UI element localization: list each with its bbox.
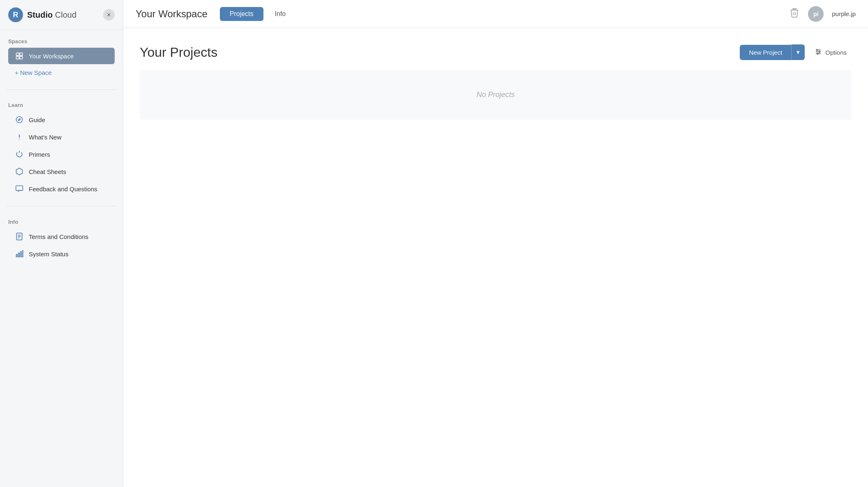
empty-message: No Projects [476, 90, 515, 99]
sidebar-item-feedback[interactable]: Feedback and Questions [8, 181, 115, 197]
content-header: Your Projects New Project ▾ [140, 44, 852, 60]
avatar: pi [808, 6, 824, 22]
options-icon [815, 48, 822, 57]
workspace-label: Your Workspace [29, 53, 74, 60]
new-project-button[interactable]: New Project [740, 45, 791, 60]
chat-icon [15, 185, 24, 193]
sidebar-item-cheat-sheets[interactable]: Cheat Sheets [8, 163, 115, 180]
sidebar-item-whats-new[interactable]: What's New [8, 129, 115, 145]
new-space-label: + New Space [15, 69, 52, 76]
info-label: Info [8, 219, 115, 225]
tab-projects[interactable]: Projects [220, 7, 263, 21]
compass-icon [15, 116, 24, 124]
topbar-title: Your Workspace [136, 8, 208, 20]
learn-label: Learn [8, 102, 115, 108]
sidebar-header: R Studio Cloud ✕ [0, 0, 123, 30]
whats-new-label: What's New [29, 134, 62, 141]
info-section: Info Terms and Conditions [0, 211, 123, 267]
new-project-btn-group: New Project ▾ [740, 44, 805, 60]
guide-label: Guide [29, 116, 45, 123]
svg-rect-16 [21, 252, 22, 257]
svg-rect-17 [23, 251, 24, 257]
svg-rect-15 [18, 253, 20, 257]
topbar-right: pi purple.jp [789, 6, 856, 22]
main-area: Your Workspace Projects Info [123, 0, 868, 487]
spaces-section: Spaces Your Workspace + New Space [0, 30, 123, 85]
svg-rect-1 [20, 53, 23, 56]
primers-label: Primers [29, 151, 50, 158]
svg-rect-0 [16, 53, 19, 56]
svg-point-7 [19, 139, 20, 139]
close-icon: ✕ [106, 12, 111, 18]
sidebar: R Studio Cloud ✕ Spaces Your Workspace [0, 0, 123, 487]
content-area: Your Projects New Project ▾ [123, 28, 868, 487]
avatar-initials: pi [813, 11, 818, 17]
sidebar-item-workspace[interactable]: Your Workspace [8, 48, 115, 64]
system-status-label: System Status [29, 250, 69, 257]
logo-circle: R [8, 7, 23, 22]
hexagon-icon [15, 167, 24, 176]
svg-rect-2 [16, 56, 19, 59]
close-button[interactable]: ✕ [103, 9, 115, 21]
sidebar-item-new-space[interactable]: + New Space [8, 65, 115, 80]
feedback-label: Feedback and Questions [29, 186, 97, 192]
doc-icon [15, 232, 24, 241]
tab-info[interactable]: Info [265, 7, 296, 21]
chevron-down-icon: ▾ [796, 49, 800, 56]
divider-2 [7, 206, 116, 206]
projects-empty-state: No Projects [140, 70, 852, 120]
sidebar-item-terms[interactable]: Terms and Conditions [8, 228, 115, 245]
svg-rect-9 [16, 186, 23, 191]
logo-area: R Studio Cloud [8, 7, 76, 22]
workspace-icon [15, 52, 24, 60]
logo-letter: R [13, 11, 18, 19]
divider-1 [7, 89, 116, 90]
svg-marker-5 [18, 118, 21, 121]
page-title: Your Projects [140, 45, 217, 60]
svg-marker-8 [16, 168, 23, 175]
topbar: Your Workspace Projects Info [123, 0, 868, 28]
trash-icon[interactable] [789, 7, 800, 21]
svg-point-22 [817, 49, 818, 51]
options-button[interactable]: Options [810, 45, 852, 60]
new-project-dropdown-button[interactable]: ▾ [791, 44, 805, 60]
logo-studio: Studio [27, 10, 53, 19]
topbar-tabs: Projects Info [220, 7, 295, 21]
terms-label: Terms and Conditions [29, 233, 88, 240]
svg-point-23 [819, 51, 820, 52]
svg-rect-3 [20, 56, 23, 59]
svg-point-24 [817, 53, 818, 54]
cheat-sheets-label: Cheat Sheets [29, 168, 66, 175]
learn-section: Learn Guide What's New [0, 94, 123, 202]
options-label: Options [825, 49, 847, 56]
logo-cloud: Cloud [53, 10, 76, 19]
bars-icon [15, 250, 24, 258]
power-icon [15, 150, 24, 158]
sidebar-item-primers[interactable]: Primers [8, 146, 115, 162]
sidebar-item-system-status[interactable]: System Status [8, 246, 115, 262]
spaces-label: Spaces [8, 38, 115, 44]
username: purple.jp [832, 10, 856, 17]
content-actions: New Project ▾ [740, 44, 852, 60]
exclamation-icon [15, 133, 24, 141]
svg-rect-14 [16, 255, 18, 257]
sidebar-item-guide[interactable]: Guide [8, 111, 115, 128]
logo-text: Studio Cloud [27, 10, 76, 20]
